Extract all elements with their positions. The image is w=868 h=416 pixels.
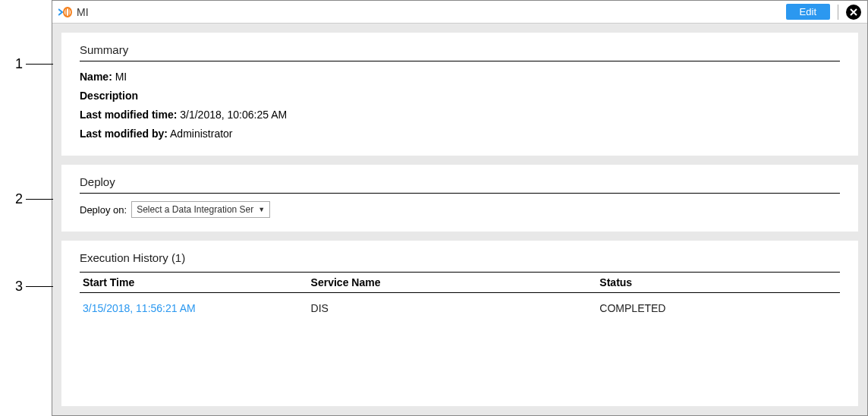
name-value: MI <box>115 71 127 83</box>
execution-history-title: Execution History (1) <box>80 251 840 264</box>
summary-description-row: Description <box>80 88 840 104</box>
name-label: Name: <box>80 71 112 83</box>
modified-by-value: Administrator <box>170 128 232 140</box>
mapping-icon <box>58 7 72 17</box>
summary-modified-time-row: Last modified time: 3/1/2018, 10:06:25 A… <box>80 107 840 123</box>
annotation-gutter: 1 2 3 <box>0 0 52 416</box>
deploy-body: Deploy on: Select a Data Integration Ser… <box>80 201 840 218</box>
col-start-time: Start Time <box>80 273 308 293</box>
close-button[interactable] <box>846 5 861 20</box>
deploy-on-label: Deploy on: <box>80 204 127 216</box>
svg-point-0 <box>64 8 71 17</box>
modified-by-label: Last modified by: <box>80 128 168 140</box>
execution-history-table: Start Time Service Name Status 3/15/2018… <box>80 272 840 320</box>
table-row: 3/15/2018, 11:56:21 AM DIS COMPLETED <box>80 293 840 321</box>
summary-panel: Summary Name: MI Description Last modifi… <box>61 33 858 156</box>
app-window: MI Edit Summary Name: MI Description Las… <box>52 0 868 416</box>
modified-time-value: 3/1/2018, 10:06:25 AM <box>180 109 287 121</box>
summary-modified-by-row: Last modified by: Administrator <box>80 126 840 142</box>
annotation-1: 1 <box>11 56 53 72</box>
header-bar: MI Edit <box>52 1 867 24</box>
col-status: Status <box>596 273 840 293</box>
execution-history-panel: Execution History (1) Start Time Service… <box>61 241 858 406</box>
table-header-row: Start Time Service Name Status <box>80 273 840 293</box>
select-placeholder: Select a Data Integration Ser <box>137 204 253 215</box>
header-divider <box>838 5 838 20</box>
annotation-3: 3 <box>11 279 53 295</box>
svg-point-1 <box>66 8 69 17</box>
cell-start-time[interactable]: 3/15/2018, 11:56:21 AM <box>80 293 308 321</box>
deploy-service-select[interactable]: Select a Data Integration Ser ▼ <box>131 201 270 218</box>
deploy-panel: Deploy Deploy on: Select a Data Integrat… <box>61 165 858 232</box>
page-title: MI <box>77 6 786 18</box>
modified-time-label: Last modified time: <box>80 109 177 121</box>
content-area: Summary Name: MI Description Last modifi… <box>52 24 867 415</box>
cell-status: COMPLETED <box>596 293 840 321</box>
description-label: Description <box>80 90 138 102</box>
summary-name-row: Name: MI <box>80 69 840 85</box>
edit-button[interactable]: Edit <box>786 4 830 20</box>
annotation-2: 2 <box>11 191 53 207</box>
close-icon <box>850 8 857 16</box>
deploy-title: Deploy <box>80 175 840 194</box>
chevron-down-icon: ▼ <box>258 206 265 213</box>
summary-body: Name: MI Description Last modified time:… <box>80 69 840 142</box>
cell-service-name: DIS <box>308 293 597 321</box>
col-service-name: Service Name <box>308 273 597 293</box>
summary-title: Summary <box>80 43 840 61</box>
